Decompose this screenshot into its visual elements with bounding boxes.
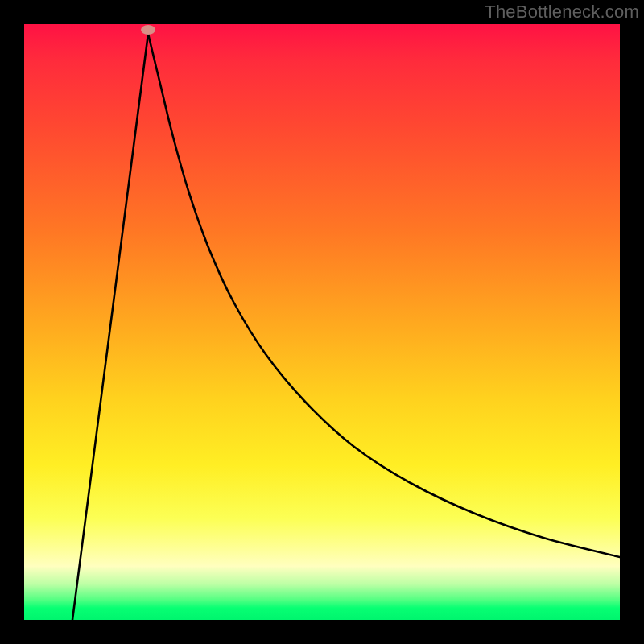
curve-right-branch: [148, 34, 620, 557]
curve-left-branch: [72, 34, 148, 620]
plot-area: [24, 24, 620, 620]
minimum-marker: [141, 25, 155, 35]
bottleneck-curve: [24, 24, 620, 620]
chart-frame: TheBottleneck.com: [0, 0, 644, 644]
attribution-label: TheBottleneck.com: [485, 2, 639, 23]
